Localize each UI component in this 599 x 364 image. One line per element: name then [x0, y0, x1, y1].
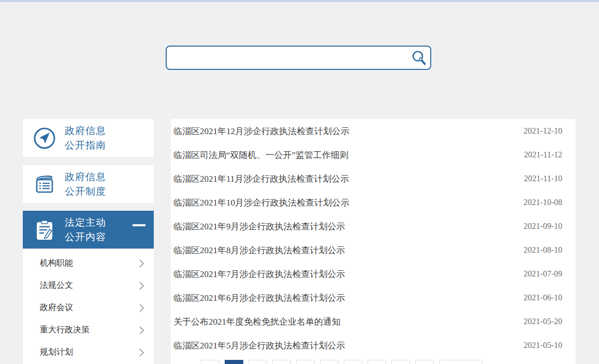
submenu-item-organization-functions[interactable]: 机构职能 — [23, 252, 154, 274]
submenu-item-regulations-documents[interactable]: 法规公文 — [23, 274, 154, 297]
sidebar: 政府信息 公开指南 政府信息 公开制度 — [23, 119, 154, 364]
search-bar — [166, 46, 431, 70]
article-date: 2021-06-10 — [523, 293, 562, 302]
pagination — [201, 360, 576, 364]
list-item: 临淄区2021年8月涉企行政执法检查计划公示 2021-08-10 — [171, 238, 576, 262]
pagination-box[interactable] — [415, 360, 434, 364]
chevron-right-icon — [139, 348, 144, 357]
article-link[interactable]: 临淄区2021年5月涉企行政执法检查计划公示 — [173, 340, 345, 352]
search-icon — [410, 49, 428, 67]
submenu-item-label: 规划计划 — [40, 347, 73, 358]
article-date: 2021-05-10 — [523, 341, 562, 350]
article-link[interactable]: 临淄区2021年10月涉企行政执法检查计划公示 — [173, 197, 349, 209]
pagination-box[interactable] — [344, 360, 362, 364]
list-item: 临淄区2021年6月涉企行政执法检查计划公示 2021-06-10 — [171, 286, 576, 310]
article-date: 2021-05-20 — [523, 317, 562, 326]
submenu-item-label: 机构职能 — [40, 258, 73, 269]
pagination-box[interactable] — [249, 360, 267, 364]
pagination-box-active[interactable] — [225, 360, 243, 364]
article-link[interactable]: 临淄区司法局“双随机、一公开”监管工作细则 — [173, 149, 348, 161]
sidebar-item-statutory-disclosure[interactable]: 法定主动 公开内容 — [23, 211, 154, 249]
list-item: 临淄区2021年9月涉企行政执法检查计划公示 2021-09-10 — [171, 214, 576, 238]
article-link[interactable]: 临淄区2021年7月涉企行政执法检查计划公示 — [173, 268, 345, 280]
submenu-item-label: 法规公文 — [40, 280, 73, 291]
sidebar-submenu: 机构职能 法规公文 政府会议 重大行政决策 规划计划 — [23, 249, 154, 364]
article-link[interactable]: 临淄区2021年6月涉企行政执法检查计划公示 — [173, 292, 345, 304]
list-item: 临淄区2021年5月涉企行政执法检查计划公示 2021-05-10 — [171, 333, 576, 357]
pagination-box[interactable] — [368, 360, 386, 364]
pagination-box[interactable] — [296, 360, 315, 364]
pagination-box[interactable] — [391, 360, 410, 364]
submenu-item-label: 重大行政决策 — [40, 325, 90, 336]
article-date: 2021-12-10 — [523, 126, 562, 136]
chevron-right-icon — [139, 281, 144, 290]
chevron-right-icon — [139, 326, 144, 335]
clipboard-pencil-icon — [32, 217, 57, 242]
minus-icon — [133, 224, 145, 226]
article-date: 2021-11-12 — [524, 150, 562, 159]
article-list: 临淄区2021年12月涉企行政执法检查计划公示 2021-12-10 临淄区司法… — [171, 119, 576, 364]
sidebar-item-gov-info-guide[interactable]: 政府信息 公开指南 — [23, 119, 154, 157]
sidebar-item-label: 政府信息 公开指南 — [65, 124, 106, 153]
submenu-item-major-administrative-decisions[interactable]: 重大行政决策 — [23, 319, 154, 341]
search-input[interactable] — [167, 47, 407, 69]
list-item: 关于公布2021年度免检免扰企业名单的通知 2021-05-20 — [171, 310, 576, 333]
article-date: 2021-11-10 — [524, 174, 562, 183]
article-link[interactable]: 关于公布2021年度免检免扰企业名单的通知 — [173, 316, 341, 328]
article-link[interactable]: 临淄区2021年8月涉企行政执法检查计划公示 — [173, 244, 345, 256]
article-date: 2021-08-10 — [523, 245, 562, 255]
submenu-item-planning[interactable]: 规划计划 — [23, 341, 154, 363]
submenu-item-government-meetings[interactable]: 政府会议 — [23, 297, 154, 319]
sidebar-item-label: 法定主动 公开内容 — [65, 215, 106, 244]
article-date: 2021-07-09 — [523, 269, 562, 279]
article-link[interactable]: 临淄区2021年11月涉企行政执法检查计划公示 — [173, 173, 349, 185]
submenu-item-label: 政府会议 — [40, 302, 73, 313]
search-button[interactable] — [407, 47, 430, 69]
pagination-next-box[interactable] — [439, 360, 483, 364]
pagination-box[interactable] — [320, 360, 339, 364]
compass-icon — [32, 126, 57, 151]
sidebar-item-gov-info-system[interactable]: 政府信息 公开制度 — [23, 165, 154, 203]
article-link[interactable]: 临淄区2021年9月涉企行政执法检查计划公示 — [173, 221, 345, 232]
list-item: 临淄区司法局“双随机、一公开”监管工作细则 2021-11-12 — [171, 143, 576, 167]
list-item: 临淄区2021年7月涉企行政执法检查计划公示 2021-07-09 — [171, 262, 576, 286]
pagination-box[interactable] — [272, 360, 291, 364]
pagination-box[interactable] — [201, 360, 220, 364]
list-item: 临淄区2021年10月涉企行政执法检查计划公示 2021-10-08 — [171, 191, 576, 214]
article-date: 2021-10-08 — [523, 198, 562, 207]
sidebar-item-label: 政府信息 公开制度 — [65, 170, 106, 199]
top-accent-bar — [0, 0, 599, 2]
rulebook-icon — [32, 172, 57, 197]
list-item: 临淄区2021年12月涉企行政执法检查计划公示 2021-12-10 — [171, 119, 576, 143]
article-link[interactable]: 临淄区2021年12月涉企行政执法检查计划公示 — [173, 125, 349, 137]
list-item: 临淄区2021年11月涉企行政执法检查计划公示 2021-11-10 — [171, 167, 576, 191]
chevron-right-icon — [139, 303, 144, 313]
chevron-right-icon — [139, 259, 144, 268]
article-date: 2021-09-10 — [523, 222, 562, 231]
